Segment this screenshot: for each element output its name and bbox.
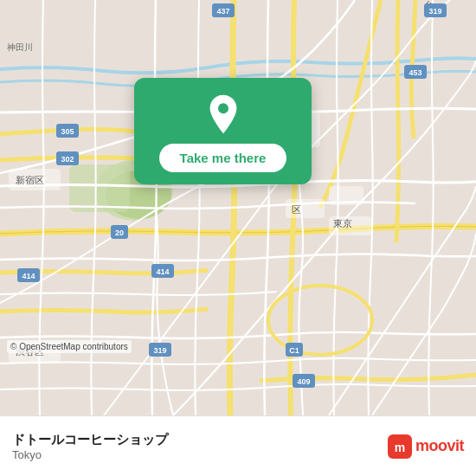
svg-rect-3 [69, 164, 130, 212]
svg-text:東京: 東京 [333, 218, 352, 228]
osm-attribution: © OpenStreetMap contributors [7, 340, 132, 353]
moovit-text: moovit [415, 437, 464, 455]
svg-text:新宿区: 新宿区 [16, 175, 44, 185]
svg-text:302: 302 [61, 155, 74, 164]
svg-text:20: 20 [115, 228, 124, 237]
map-pin-icon [203, 93, 244, 135]
place-city: Tokyo [12, 448, 168, 461]
svg-text:437: 437 [216, 7, 229, 16]
take-me-there-button[interactable]: Take me there [159, 144, 287, 172]
moovit-logo: m moovit [388, 434, 464, 459]
svg-text:319: 319 [428, 7, 441, 16]
map-svg: 文京区 新宿区 区 東京 渋谷区 台 437 319 453 305 302 4… [0, 0, 476, 415]
svg-point-40 [218, 103, 228, 113]
svg-rect-8 [329, 186, 363, 205]
svg-text:C1: C1 [289, 346, 299, 355]
attribution-text: © OpenStreetMap contributors [10, 342, 128, 351]
svg-text:319: 319 [153, 346, 166, 355]
svg-text:305: 305 [61, 127, 74, 136]
svg-text:区: 区 [292, 204, 301, 215]
place-info: ドトールコーヒーショップ Tokyo [12, 432, 168, 461]
moovit-icon: m [388, 434, 412, 459]
svg-text:414: 414 [22, 272, 35, 280]
map-container: 文京区 新宿区 区 東京 渋谷区 台 437 319 453 305 302 4… [0, 0, 476, 415]
place-name: ドトールコーヒーショップ [12, 432, 168, 448]
bottom-bar: ドトールコーヒーショップ Tokyo m moovit [0, 415, 476, 476]
svg-text:409: 409 [297, 377, 310, 386]
svg-text:453: 453 [408, 68, 421, 77]
svg-text:414: 414 [156, 267, 169, 276]
svg-text:m: m [395, 441, 405, 454]
location-card: Take me there [134, 78, 312, 184]
svg-text:神田川: 神田川 [7, 42, 33, 52]
